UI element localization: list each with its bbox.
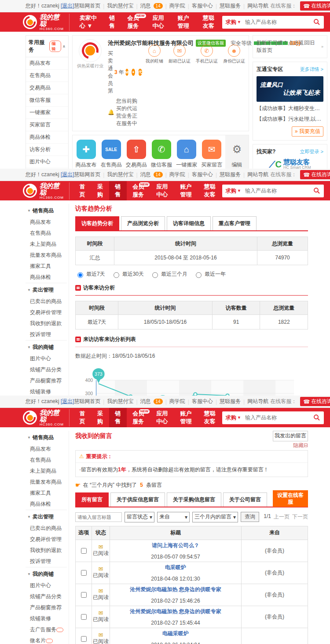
row-checkbox[interactable] bbox=[81, 570, 87, 576]
sidebar-item[interactable]: 图片中心 bbox=[26, 580, 67, 591]
my-shop-link[interactable]: ⌂我的旺铺 bbox=[146, 44, 163, 64]
nav-account[interactable]: 账户管理 bbox=[175, 408, 198, 427]
row-checkbox[interactable] bbox=[81, 592, 87, 598]
tab-visitor-trend[interactable]: 访客趋势分析 bbox=[75, 216, 119, 230]
sent-messages-button[interactable]: 我发出的留言 bbox=[273, 431, 308, 441]
row-checkbox[interactable] bbox=[81, 614, 87, 620]
topbar-link-sitemap[interactable]: 网站导航 bbox=[247, 171, 268, 178]
logout-link[interactable]: [退出] bbox=[61, 398, 74, 405]
logout-link[interactable]: [退出] bbox=[61, 171, 74, 178]
from-select[interactable]: 来自▾ bbox=[157, 512, 190, 522]
shortcut-messages[interactable]: ✉买家留言 bbox=[200, 140, 224, 169]
message-title-link[interactable]: 电采暖炉 bbox=[165, 564, 186, 570]
radio-last-year[interactable]: 最近一年 bbox=[194, 270, 226, 278]
period-select[interactable]: 三个月内的留言▾ bbox=[192, 512, 238, 522]
sidebar-group-my-shop[interactable]: ▼我的商铺 bbox=[26, 340, 67, 353]
topbar-link-service-center[interactable]: 客服中心 bbox=[192, 171, 213, 178]
sidebar-item-trade-goods[interactable]: 交易商品 bbox=[26, 82, 68, 94]
topbar-link-college[interactable]: 商学院 bbox=[169, 2, 185, 10]
sidebar-item[interactable]: 商品体检 bbox=[26, 499, 67, 510]
phone-verified[interactable]: ✆手机已认证 bbox=[196, 44, 218, 64]
sidebar-item[interactable]: 搬家工具 bbox=[26, 261, 67, 272]
site-logo[interactable]: 我的慧聪 HC360.COM bbox=[23, 14, 70, 31]
topbar-link-hc-service[interactable]: 慧聪服务 bbox=[220, 2, 241, 10]
sidebar-group-sale-products[interactable]: ▼销售商品 bbox=[26, 431, 67, 444]
tab-product-views[interactable]: 产品浏览分析 bbox=[121, 216, 165, 230]
tab-company-messages[interactable]: 关于公司留言 bbox=[223, 492, 267, 507]
sidebar-item[interactable]: 炫铺产品分类 bbox=[26, 364, 67, 375]
topbar-link-sitemap[interactable]: 网站导航 bbox=[247, 2, 268, 10]
search-input[interactable] bbox=[244, 414, 313, 421]
nav-seller-center[interactable]: 卖家中心 ▼ bbox=[74, 12, 103, 32]
tab-visitor-details[interactable]: 访客详细信息 bbox=[167, 216, 211, 230]
search-input[interactable] bbox=[244, 187, 313, 194]
online-consult-button[interactable]: ☎在线咨询 bbox=[300, 397, 330, 406]
nav-sales[interactable]: 销售 bbox=[109, 408, 127, 427]
login-now-link[interactable]: 立即登录 > bbox=[300, 148, 323, 155]
shortcut-trade[interactable]: ⇧交易商品 bbox=[125, 140, 148, 169]
message-title-link[interactable]: 沧州爱妮尔电磁加热 您身边的供暖专家 bbox=[130, 608, 221, 614]
sidebar-item-mover[interactable]: 一键搬家 bbox=[26, 107, 68, 119]
sidebar-item[interactable]: 已卖出的商品 bbox=[26, 523, 67, 534]
prev-page-link[interactable]: 上一页 bbox=[274, 513, 290, 521]
radio-last-7-days[interactable]: 最近7天 bbox=[75, 270, 105, 278]
sidebar-item[interactable]: 商品体检 bbox=[26, 272, 67, 283]
message-title-link[interactable]: 沧州爱妮尔电磁加热 您身边的供暖专家 bbox=[130, 586, 221, 592]
sidebar-item[interactable]: 我收到的退款 bbox=[26, 318, 67, 329]
sidebar-item[interactable]: 炫铺装修 bbox=[26, 613, 67, 624]
search-input[interactable] bbox=[244, 19, 313, 26]
sidebar-item[interactable]: 图片中心 bbox=[26, 353, 67, 364]
nav-account[interactable]: 账户管理 bbox=[172, 12, 197, 32]
sidebar-item-ad-service[interactable]: 去广告服务 bbox=[26, 624, 67, 635]
message-title-input[interactable] bbox=[75, 512, 122, 522]
tab-purchase-messages[interactable]: 关于采购信息留言 bbox=[167, 492, 221, 507]
online-consult-button[interactable]: ☎在线咨询 bbox=[300, 1, 330, 11]
site-logo[interactable]: 我的慧聪 HC360.COM bbox=[23, 409, 70, 426]
shortcut-publish[interactable]: ✚商品发布 bbox=[74, 140, 98, 169]
recharge-button[interactable]: » 我要充值 bbox=[292, 126, 323, 137]
sidebar-item-buyer-messages[interactable]: 买家留言 bbox=[26, 119, 68, 131]
topbar-link-home[interactable]: 慧聪网首页 bbox=[74, 171, 100, 178]
message-count-badge[interactable]: 14 bbox=[154, 399, 163, 404]
sidebar-item-publish[interactable]: 商品发布 bbox=[26, 57, 68, 70]
nav-membership[interactable]: 会员服务NEW bbox=[127, 181, 150, 200]
sidebar-group-sold-mgmt[interactable]: ▼卖出管理 bbox=[26, 510, 67, 523]
nav-account[interactable]: 账户管理 bbox=[175, 181, 198, 200]
sidebar-item[interactable]: 在售商品 bbox=[26, 455, 67, 466]
shortcut-edit[interactable]: ⚙编辑 bbox=[225, 135, 249, 169]
sidebar-item[interactable]: 在售商品 bbox=[26, 228, 67, 239]
nav-membership[interactable]: 会员服务NEW bbox=[127, 408, 150, 427]
sidebar-item[interactable]: 产品橱窗推荐 bbox=[26, 602, 67, 613]
topbar-link-huifubao[interactable]: 我的慧付宝 bbox=[107, 171, 133, 178]
topbar-link-service-center[interactable]: 客服中心 bbox=[192, 2, 213, 10]
topbar-link-service-center[interactable]: 客服中心 bbox=[192, 398, 213, 405]
email-verified[interactable]: ✉邮箱已认证 bbox=[169, 44, 191, 64]
tab-supply-messages[interactable]: 关于供应信息留言 bbox=[110, 492, 165, 507]
sidebar-item[interactable]: 投诉管理 bbox=[26, 329, 67, 340]
search-icon[interactable] bbox=[313, 414, 320, 421]
query-button[interactable]: 查询 bbox=[241, 512, 259, 522]
nav-hc-crm[interactable]: 慧聪友客 bbox=[198, 408, 222, 427]
topbar-link-hc-service[interactable]: 慧聪服务 bbox=[220, 171, 241, 178]
sidebar-item[interactable]: 未上架商品 bbox=[26, 239, 67, 250]
shortcut-onsale[interactable]: SALE在售商品 bbox=[99, 140, 123, 169]
nav-apps[interactable]: 应用中心 bbox=[147, 12, 172, 32]
sidebar-item-onsale[interactable]: 在售商品 bbox=[26, 70, 68, 82]
sidebar-item[interactable]: 炫铺装修 bbox=[26, 386, 67, 396]
nav-home[interactable]: 首页 bbox=[74, 408, 92, 427]
nav-sales[interactable]: 销售 bbox=[103, 12, 122, 32]
sidebar-item[interactable]: 投诉管理 bbox=[26, 556, 67, 567]
promo-banner[interactable]: 流量风口让效果飞起来 bbox=[257, 76, 323, 102]
collapse-icon[interactable]: ∧ bbox=[62, 44, 66, 48]
nav-hc-crm[interactable]: 慧聪友客 bbox=[197, 12, 222, 32]
nav-hc-crm[interactable]: 慧聪友客 bbox=[198, 181, 222, 200]
sidebar-item-product-check[interactable]: 商品体检 bbox=[26, 131, 68, 144]
success-story-2[interactable]: 【成功故事】污水处理,以前赚钱,现在赚什么? bbox=[257, 115, 323, 123]
logout-link[interactable]: [退出] bbox=[61, 2, 74, 10]
nav-apps[interactable]: 应用中心 bbox=[150, 408, 174, 427]
shortcut-wechat[interactable]: ✆微信客服 bbox=[150, 140, 173, 169]
topbar-link-hc-service[interactable]: 慧聪服务 bbox=[220, 398, 241, 405]
topbar-link-home[interactable]: 慧聪网首页 bbox=[74, 2, 100, 10]
sidebar-group-sale-products[interactable]: ▼销售商品 bbox=[26, 204, 67, 217]
sidebar-item[interactable]: 搬家工具 bbox=[26, 488, 67, 499]
